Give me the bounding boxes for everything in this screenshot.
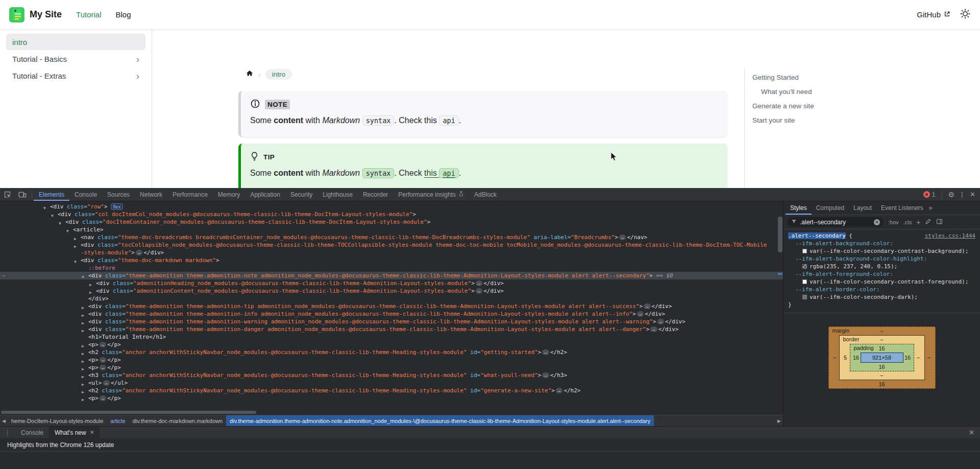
- inline-expand-button[interactable]: …: [476, 288, 482, 294]
- inline-expand-button[interactable]: …: [619, 235, 626, 240]
- dom-tree-row[interactable]: ▶<p>…</p>: [0, 364, 783, 371]
- dom-tree-row[interactable]: ▶<ul>…</ul>: [0, 379, 783, 387]
- devtools-tab[interactable]: Lighthouse: [317, 188, 358, 201]
- inline-expand-button[interactable]: …: [542, 349, 549, 355]
- element-crumb[interactable]: div.theme-admonition.theme-admonition-no…: [226, 415, 654, 426]
- styles-tab[interactable]: Event Listeners: [876, 201, 928, 215]
- content-size-value[interactable]: 921×58: [861, 353, 903, 363]
- css-declaration[interactable]: --ifm-alert-foreground-color:var(--ifm-c…: [788, 270, 975, 286]
- dom-tree-row[interactable]: </div>: [0, 295, 783, 302]
- whats-new-highlight[interactable]: Highlights from the Chrome 126 update: [0, 438, 980, 452]
- border-bottom-value[interactable]: −: [841, 371, 923, 380]
- close-devtools-icon[interactable]: ✕: [970, 191, 975, 198]
- padding-right-value[interactable]: 16: [903, 355, 912, 361]
- devtools-tab[interactable]: Application: [245, 188, 285, 201]
- dom-tree-row[interactable]: ▶<p>…</p>: [0, 356, 783, 364]
- devtools-tab[interactable]: Memory: [213, 188, 245, 201]
- computed-styles-sidebar-icon[interactable]: [936, 218, 943, 226]
- color-swatch-icon[interactable]: [802, 295, 807, 299]
- dom-tree-row[interactable]: ▶<nav class="theme-doc-breadcrumbs bread…: [0, 233, 783, 241]
- styles-tab[interactable]: Computed: [812, 201, 849, 215]
- devtools-tab[interactable]: Elements: [34, 188, 69, 201]
- home-icon[interactable]: [246, 69, 254, 79]
- crumbs-scroll-right-icon[interactable]: ▶: [775, 418, 783, 424]
- styles-tab[interactable]: Styles: [786, 201, 812, 215]
- drawer-tab[interactable]: Console: [15, 427, 49, 438]
- devtools-tab[interactable]: Security: [285, 188, 317, 201]
- devtools-tab[interactable]: Performance: [167, 188, 213, 201]
- vertical-scrollbar[interactable]: [778, 217, 782, 252]
- element-crumb[interactable]: article: [107, 418, 129, 424]
- drawer-tab[interactable]: What's new✕: [49, 427, 100, 438]
- theme-toggle-button[interactable]: [960, 8, 971, 21]
- github-link[interactable]: GitHub: [917, 10, 950, 19]
- css-selector-line[interactable]: .alert--secondary {: [788, 232, 852, 240]
- dom-tree-row[interactable]: ▼<div class="theme-doc-markdown markdown…: [0, 256, 783, 264]
- nav-link[interactable]: Blog: [116, 10, 131, 19]
- expand-arrow-icon[interactable]: ▶: [74, 243, 77, 250]
- inline-expand-button[interactable]: …: [556, 388, 562, 393]
- dom-tree-row[interactable]: ::before: [0, 264, 783, 272]
- inspect-element-icon[interactable]: [0, 188, 15, 201]
- dom-tree-row[interactable]: ▼<div class="docItemContainer_node_modul…: [0, 218, 783, 226]
- tabs-overflow-icon[interactable]: »: [929, 204, 932, 212]
- devtools-tab[interactable]: Performance insights: [393, 188, 469, 201]
- css-declaration[interactable]: --ifm-alert-background-color-highlight:r…: [788, 255, 975, 270]
- site-title[interactable]: My Site: [30, 9, 62, 20]
- border-right-value[interactable]: −: [914, 355, 923, 361]
- inline-link[interactable]: this api: [424, 169, 459, 177]
- inline-expand-button[interactable]: …: [542, 372, 549, 378]
- element-crumb[interactable]: div.theme-doc-markdown.markdown: [129, 418, 226, 424]
- close-drawer-icon[interactable]: ✕: [969, 429, 980, 436]
- flex-badge[interactable]: flex: [111, 203, 124, 210]
- css-declaration[interactable]: --ifm-alert-background-color:var(--ifm-c…: [788, 240, 975, 255]
- expand-arrow-icon[interactable]: ▶: [82, 396, 84, 404]
- dom-tree-row[interactable]: ▶<h2 class="anchor anchorWithStickyNavba…: [0, 348, 783, 356]
- color-swatch-icon[interactable]: [802, 264, 807, 269]
- margin-left-value[interactable]: −: [830, 355, 839, 361]
- dom-tree-row[interactable]: <h1>Tutorial Intro</h1>: [0, 333, 783, 341]
- inline-expand-button[interactable]: …: [103, 380, 110, 386]
- stylesheet-link[interactable]: styles.css:1444: [925, 232, 975, 240]
- toc-item[interactable]: What you'll need: [752, 88, 877, 96]
- box-model[interactable]: margin − − border − 5: [828, 326, 936, 389]
- devtools-tab[interactable]: Sources: [102, 188, 135, 201]
- new-style-rule-button[interactable]: +: [916, 218, 920, 226]
- settings-gear-icon[interactable]: ⚙: [948, 191, 955, 199]
- nav-link[interactable]: Tutorial: [76, 10, 101, 19]
- inline-expand-button[interactable]: …: [100, 395, 106, 401]
- dom-tree-row[interactable]: ▶<div class="admonitionContent_node_modu…: [0, 287, 783, 295]
- padding-left-value[interactable]: 16: [852, 355, 861, 361]
- dom-tree-row[interactable]: ▶<p>…</p>: [0, 341, 783, 348]
- site-brand[interactable]: My Site: [9, 7, 62, 22]
- dom-tree-row[interactable]: ▶<p>…</p>: [0, 394, 783, 402]
- sidebar-item[interactable]: Tutorial - Basics›: [6, 51, 145, 67]
- inline-expand-button[interactable]: …: [637, 311, 644, 317]
- border-left-value[interactable]: 5: [841, 355, 850, 361]
- error-badge[interactable]: ✕ 1: [923, 191, 936, 198]
- dom-tree-row[interactable]: ▶<div class="theme-admonition theme-admo…: [0, 310, 783, 318]
- devtools-tab[interactable]: Recorder: [358, 188, 393, 201]
- dom-tree-row[interactable]: ▶<div class="tocCollapsible_node_modules…: [0, 241, 783, 256]
- dom-tree-row[interactable]: ▶<div class="theme-admonition theme-admo…: [0, 318, 783, 325]
- chevron-right-icon[interactable]: ›: [136, 71, 139, 81]
- dom-tree-row[interactable]: ▼<div class="col docItemCol_node_modules…: [0, 210, 783, 218]
- inline-expand-button[interactable]: …: [100, 365, 106, 370]
- inline-expand-button[interactable]: …: [136, 250, 142, 255]
- margin-right-value[interactable]: −: [925, 355, 934, 361]
- drawer-more-icon[interactable]: ⋮: [0, 429, 15, 436]
- toggle-classes-button[interactable]: .cls: [903, 219, 912, 225]
- element-crumb[interactable]: heme-DocItem-Layout-styles-module: [8, 418, 107, 424]
- dom-tree-row[interactable]: ▶<div class="theme-admonition theme-admo…: [0, 325, 783, 333]
- inline-expand-button[interactable]: …: [644, 303, 650, 309]
- scrollbar-thumb[interactable]: [1, 411, 256, 414]
- dom-tree-row[interactable]: ▼⋯<div class="theme-admonition theme-adm…: [0, 272, 783, 279]
- device-toolbar-icon[interactable]: [15, 188, 30, 201]
- more-actions-icon[interactable]: ⋯: [2, 272, 6, 279]
- dom-tree-row[interactable]: ▶<div class="theme-admonition theme-admo…: [0, 302, 783, 310]
- toggle-hover-state-button[interactable]: :hov: [888, 219, 899, 225]
- inline-expand-button[interactable]: …: [650, 326, 657, 332]
- devtools-tab[interactable]: Console: [69, 188, 102, 201]
- sidebar-item[interactable]: intro: [6, 34, 145, 50]
- dom-tree-row[interactable]: ▶<h3 class="anchor anchorWithStickyNavba…: [0, 371, 783, 379]
